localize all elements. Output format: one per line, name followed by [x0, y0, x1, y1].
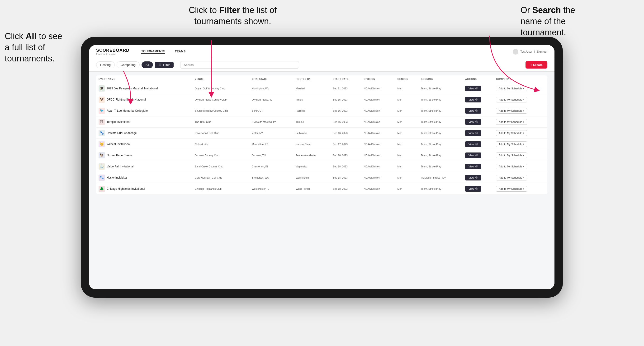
hosted-by: Tennessee-Martin	[296, 154, 316, 157]
view-button[interactable]: View ⓘ	[465, 97, 481, 102]
city-state: Plymouth Meeting, PA	[252, 121, 276, 123]
start-date: Sep 16, 2023	[333, 132, 348, 135]
gender: Men	[398, 121, 402, 123]
scoring: Team, Stroke Play	[421, 109, 441, 112]
scoring: Team, Stroke Play	[421, 143, 441, 146]
view-info-icon: ⓘ	[476, 165, 478, 168]
add-to-schedule-button[interactable]: Add to My Schedule +	[496, 97, 527, 102]
annotation-top-center: Click to Filter the list oftournaments s…	[162, 5, 304, 27]
event-cell: 🌲 Chicago Highlands Invitational	[98, 186, 190, 192]
add-to-schedule-button[interactable]: Add to My Schedule +	[496, 86, 527, 91]
create-button[interactable]: + Create	[526, 61, 547, 69]
scoring: Team, Stroke Play	[421, 121, 441, 123]
view-button[interactable]: View ⓘ	[465, 108, 481, 114]
table-row: 🐾 Husky Individual Gold Mountain Golf Cl…	[96, 172, 547, 183]
scoring: Team, Stroke Play	[421, 165, 441, 168]
tab-all[interactable]: All	[142, 61, 153, 68]
division: NCAA Division I	[364, 154, 381, 157]
event-name: Chicago Highlands Invitational	[106, 187, 145, 191]
view-button[interactable]: View ⓘ	[465, 119, 481, 125]
add-to-schedule-button[interactable]: Add to My Schedule +	[496, 153, 527, 158]
view-button[interactable]: View ⓘ	[465, 175, 481, 180]
tab-hosting[interactable]: Hosting	[96, 61, 115, 68]
table-container: EVENT NAME VENUE CITY, STATE HOSTED BY S…	[89, 72, 554, 289]
view-button[interactable]: View ⓘ	[465, 141, 481, 147]
event-cell: 🎓 2023 Joe Feaganes Marshall Invitationa…	[98, 85, 190, 92]
city-state: Jackson, TN	[252, 154, 266, 157]
scoring: Team, Stroke Play	[421, 187, 441, 190]
table-row: 🐱 Wildcat Invitational Colbert Hills Man…	[96, 139, 547, 150]
venue: Gold Mountain Golf Club	[195, 176, 222, 179]
event-cell: 🦅 OFCC Fighting Illini Invitational	[98, 97, 190, 103]
view-button[interactable]: View ⓘ	[465, 186, 481, 192]
venue: Sand Creek Country Club	[195, 165, 223, 168]
event-logo: 🐾	[98, 130, 105, 136]
event-cell: 🐾 Husky Individual	[98, 174, 190, 181]
event-name: OFCC Fighting Illini Invitational	[106, 98, 146, 102]
annotation-left: Click All to seea full list oftournament…	[5, 31, 81, 64]
division: NCAA Division I	[364, 121, 381, 123]
add-to-schedule-button[interactable]: Add to My Schedule +	[496, 108, 527, 114]
nav-tournaments[interactable]: TOURNAMENTS	[141, 49, 165, 54]
search-input[interactable]	[180, 61, 299, 69]
division: NCAA Division I	[364, 87, 381, 90]
venue: Jackson Country Club	[195, 154, 219, 157]
start-date: Sep 18, 2023	[333, 154, 348, 157]
venue: Chicago Highlands Club	[195, 187, 222, 190]
brand-sub: Powered by clippd	[96, 53, 130, 55]
add-to-schedule-button[interactable]: Add to My Schedule +	[496, 186, 527, 192]
view-info-icon: ⓘ	[476, 109, 478, 112]
event-logo: 🌲	[98, 186, 105, 192]
start-date: Sep 16, 2023	[333, 109, 348, 112]
venue: Colbert Hills	[195, 143, 208, 146]
toolbar: Hosting Competing All ☰ Filter + Create	[89, 58, 554, 72]
add-to-schedule-button[interactable]: Add to My Schedule +	[496, 119, 527, 125]
venue: Shuttle Meadow Country Club	[195, 109, 228, 112]
start-date: Sep 18, 2023	[333, 165, 348, 168]
view-info-icon: ⓘ	[476, 187, 478, 190]
event-name: Upstate Dual Challenge	[106, 131, 137, 135]
sign-out-link[interactable]: Sign out	[537, 50, 547, 53]
view-info-icon: ⓘ	[476, 131, 478, 135]
event-logo: 🦅	[98, 97, 105, 103]
tab-competing[interactable]: Competing	[116, 61, 140, 68]
col-hosted-by: HOSTED BY	[294, 75, 330, 83]
col-city-state: CITY, STATE	[249, 75, 293, 83]
table-header: EVENT NAME VENUE CITY, STATE HOSTED BY S…	[96, 75, 547, 83]
add-to-schedule-button[interactable]: Add to My Schedule +	[496, 164, 527, 169]
brand-name: SCOREBOARD	[96, 48, 130, 53]
view-button[interactable]: View ⓘ	[465, 86, 481, 91]
view-info-icon: ⓘ	[476, 87, 478, 90]
start-date: Sep 15, 2023	[333, 98, 348, 101]
hosted-by: Fairfield	[296, 109, 305, 112]
event-logo: 🦅	[98, 152, 105, 159]
city-state: Westchester, IL	[252, 187, 269, 190]
user-area: Test User | Sign out	[513, 49, 547, 54]
event-cell: 🐾 Upstate Dual Challenge	[98, 130, 190, 136]
venue: The 1912 Club	[195, 121, 211, 123]
event-cell: 🐦 Ryan T. Lee Memorial Collegiate	[98, 108, 190, 114]
view-button[interactable]: View ⓘ	[465, 130, 481, 136]
start-date: Sep 17, 2023	[333, 143, 348, 146]
view-button[interactable]: View ⓘ	[465, 164, 481, 169]
filter-icon: ☰	[159, 63, 162, 67]
view-button[interactable]: View ⓘ	[465, 153, 481, 158]
nav-teams[interactable]: TEAMS	[175, 50, 186, 54]
col-event-name: EVENT NAME	[96, 75, 192, 83]
filter-button[interactable]: ☰ Filter	[155, 62, 174, 68]
brand-logo: SCOREBOARD Powered by clippd	[96, 48, 130, 55]
city-state: Manhattan, KS	[252, 143, 268, 146]
add-to-schedule-button[interactable]: Add to My Schedule +	[496, 175, 527, 180]
hosted-by: Marshall	[296, 87, 306, 90]
scoring: Team, Stroke Play	[421, 132, 441, 135]
add-to-schedule-button[interactable]: Add to My Schedule +	[496, 141, 527, 147]
event-logo: 🐱	[98, 141, 105, 147]
col-actions: ACTIONS	[463, 75, 494, 83]
division: NCAA Division I	[364, 109, 381, 112]
user-name: Test User	[520, 50, 532, 53]
table-row: 🦅 Grover Page Classic Jackson Country Cl…	[96, 150, 547, 161]
add-to-schedule-button[interactable]: Add to My Schedule +	[496, 130, 527, 136]
start-date: Sep 11, 2023	[333, 87, 348, 90]
city-state: Olympia Fields, IL	[252, 98, 272, 101]
event-logo: 🎓	[98, 85, 105, 92]
